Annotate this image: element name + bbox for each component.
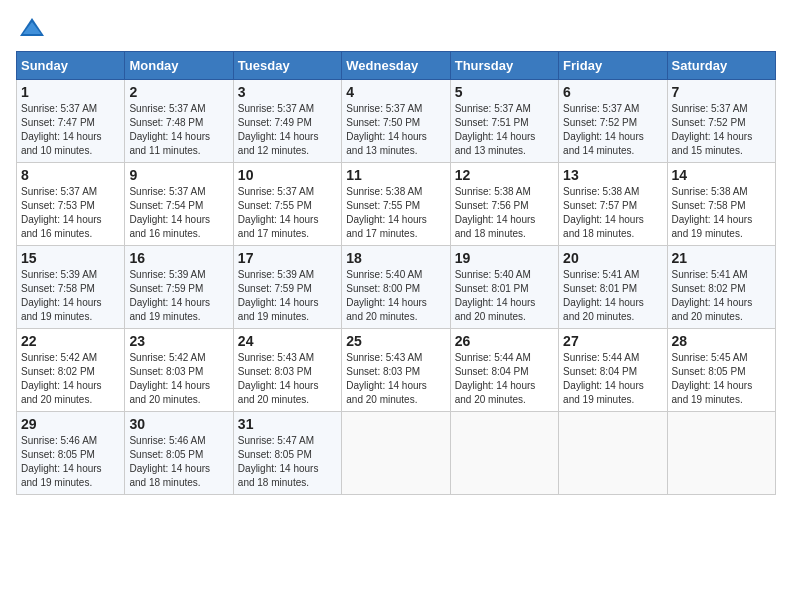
weekday-header-wednesday: Wednesday <box>342 52 450 80</box>
week-row-4: 22 Sunrise: 5:42 AM Sunset: 8:02 PM Dayl… <box>17 329 776 412</box>
calendar-cell: 15 Sunrise: 5:39 AM Sunset: 7:58 PM Dayl… <box>17 246 125 329</box>
day-number: 5 <box>455 84 554 100</box>
day-number: 12 <box>455 167 554 183</box>
day-number: 16 <box>129 250 228 266</box>
day-info: Sunrise: 5:47 AM Sunset: 8:05 PM Dayligh… <box>238 434 337 490</box>
weekday-header-tuesday: Tuesday <box>233 52 341 80</box>
day-number: 10 <box>238 167 337 183</box>
calendar-cell: 23 Sunrise: 5:42 AM Sunset: 8:03 PM Dayl… <box>125 329 233 412</box>
day-number: 15 <box>21 250 120 266</box>
calendar: SundayMondayTuesdayWednesdayThursdayFrid… <box>16 51 776 495</box>
day-info: Sunrise: 5:43 AM Sunset: 8:03 PM Dayligh… <box>238 351 337 407</box>
day-info: Sunrise: 5:37 AM Sunset: 7:52 PM Dayligh… <box>563 102 662 158</box>
day-info: Sunrise: 5:41 AM Sunset: 8:02 PM Dayligh… <box>672 268 771 324</box>
day-number: 26 <box>455 333 554 349</box>
calendar-cell: 19 Sunrise: 5:40 AM Sunset: 8:01 PM Dayl… <box>450 246 558 329</box>
week-row-5: 29 Sunrise: 5:46 AM Sunset: 8:05 PM Dayl… <box>17 412 776 495</box>
day-info: Sunrise: 5:37 AM Sunset: 7:55 PM Dayligh… <box>238 185 337 241</box>
day-number: 9 <box>129 167 228 183</box>
day-info: Sunrise: 5:37 AM Sunset: 7:54 PM Dayligh… <box>129 185 228 241</box>
day-number: 18 <box>346 250 445 266</box>
day-number: 24 <box>238 333 337 349</box>
calendar-cell: 27 Sunrise: 5:44 AM Sunset: 8:04 PM Dayl… <box>559 329 667 412</box>
day-number: 21 <box>672 250 771 266</box>
day-number: 22 <box>21 333 120 349</box>
day-info: Sunrise: 5:38 AM Sunset: 7:56 PM Dayligh… <box>455 185 554 241</box>
day-info: Sunrise: 5:45 AM Sunset: 8:05 PM Dayligh… <box>672 351 771 407</box>
day-info: Sunrise: 5:44 AM Sunset: 8:04 PM Dayligh… <box>455 351 554 407</box>
day-info: Sunrise: 5:37 AM Sunset: 7:51 PM Dayligh… <box>455 102 554 158</box>
day-info: Sunrise: 5:44 AM Sunset: 8:04 PM Dayligh… <box>563 351 662 407</box>
calendar-cell: 17 Sunrise: 5:39 AM Sunset: 7:59 PM Dayl… <box>233 246 341 329</box>
day-number: 1 <box>21 84 120 100</box>
calendar-cell: 2 Sunrise: 5:37 AM Sunset: 7:48 PM Dayli… <box>125 80 233 163</box>
calendar-cell: 31 Sunrise: 5:47 AM Sunset: 8:05 PM Dayl… <box>233 412 341 495</box>
day-info: Sunrise: 5:42 AM Sunset: 8:03 PM Dayligh… <box>129 351 228 407</box>
day-info: Sunrise: 5:37 AM Sunset: 7:48 PM Dayligh… <box>129 102 228 158</box>
calendar-cell: 24 Sunrise: 5:43 AM Sunset: 8:03 PM Dayl… <box>233 329 341 412</box>
week-row-2: 8 Sunrise: 5:37 AM Sunset: 7:53 PM Dayli… <box>17 163 776 246</box>
calendar-cell: 18 Sunrise: 5:40 AM Sunset: 8:00 PM Dayl… <box>342 246 450 329</box>
calendar-cell: 12 Sunrise: 5:38 AM Sunset: 7:56 PM Dayl… <box>450 163 558 246</box>
day-number: 27 <box>563 333 662 349</box>
day-number: 7 <box>672 84 771 100</box>
calendar-cell: 4 Sunrise: 5:37 AM Sunset: 7:50 PM Dayli… <box>342 80 450 163</box>
calendar-cell: 29 Sunrise: 5:46 AM Sunset: 8:05 PM Dayl… <box>17 412 125 495</box>
day-info: Sunrise: 5:40 AM Sunset: 8:01 PM Dayligh… <box>455 268 554 324</box>
day-number: 17 <box>238 250 337 266</box>
weekday-header-friday: Friday <box>559 52 667 80</box>
day-number: 19 <box>455 250 554 266</box>
calendar-cell <box>559 412 667 495</box>
day-info: Sunrise: 5:37 AM Sunset: 7:49 PM Dayligh… <box>238 102 337 158</box>
calendar-cell: 6 Sunrise: 5:37 AM Sunset: 7:52 PM Dayli… <box>559 80 667 163</box>
calendar-cell <box>667 412 775 495</box>
week-row-1: 1 Sunrise: 5:37 AM Sunset: 7:47 PM Dayli… <box>17 80 776 163</box>
weekday-header-thursday: Thursday <box>450 52 558 80</box>
calendar-cell: 11 Sunrise: 5:38 AM Sunset: 7:55 PM Dayl… <box>342 163 450 246</box>
calendar-cell: 22 Sunrise: 5:42 AM Sunset: 8:02 PM Dayl… <box>17 329 125 412</box>
day-number: 25 <box>346 333 445 349</box>
calendar-cell: 16 Sunrise: 5:39 AM Sunset: 7:59 PM Dayl… <box>125 246 233 329</box>
day-number: 29 <box>21 416 120 432</box>
header <box>16 16 776 43</box>
day-info: Sunrise: 5:37 AM Sunset: 7:47 PM Dayligh… <box>21 102 120 158</box>
calendar-cell: 1 Sunrise: 5:37 AM Sunset: 7:47 PM Dayli… <box>17 80 125 163</box>
calendar-cell <box>450 412 558 495</box>
day-info: Sunrise: 5:37 AM Sunset: 7:53 PM Dayligh… <box>21 185 120 241</box>
day-number: 2 <box>129 84 228 100</box>
day-info: Sunrise: 5:38 AM Sunset: 7:55 PM Dayligh… <box>346 185 445 241</box>
day-info: Sunrise: 5:46 AM Sunset: 8:05 PM Dayligh… <box>21 434 120 490</box>
calendar-cell: 26 Sunrise: 5:44 AM Sunset: 8:04 PM Dayl… <box>450 329 558 412</box>
day-number: 31 <box>238 416 337 432</box>
day-number: 4 <box>346 84 445 100</box>
calendar-cell: 25 Sunrise: 5:43 AM Sunset: 8:03 PM Dayl… <box>342 329 450 412</box>
day-info: Sunrise: 5:39 AM Sunset: 7:58 PM Dayligh… <box>21 268 120 324</box>
calendar-cell: 3 Sunrise: 5:37 AM Sunset: 7:49 PM Dayli… <box>233 80 341 163</box>
day-number: 3 <box>238 84 337 100</box>
calendar-cell: 14 Sunrise: 5:38 AM Sunset: 7:58 PM Dayl… <box>667 163 775 246</box>
day-number: 8 <box>21 167 120 183</box>
day-info: Sunrise: 5:40 AM Sunset: 8:00 PM Dayligh… <box>346 268 445 324</box>
calendar-cell: 20 Sunrise: 5:41 AM Sunset: 8:01 PM Dayl… <box>559 246 667 329</box>
weekday-header-row: SundayMondayTuesdayWednesdayThursdayFrid… <box>17 52 776 80</box>
calendar-cell: 5 Sunrise: 5:37 AM Sunset: 7:51 PM Dayli… <box>450 80 558 163</box>
weekday-header-monday: Monday <box>125 52 233 80</box>
calendar-cell: 10 Sunrise: 5:37 AM Sunset: 7:55 PM Dayl… <box>233 163 341 246</box>
day-info: Sunrise: 5:38 AM Sunset: 7:58 PM Dayligh… <box>672 185 771 241</box>
day-number: 14 <box>672 167 771 183</box>
day-info: Sunrise: 5:39 AM Sunset: 7:59 PM Dayligh… <box>129 268 228 324</box>
day-number: 6 <box>563 84 662 100</box>
calendar-cell: 8 Sunrise: 5:37 AM Sunset: 7:53 PM Dayli… <box>17 163 125 246</box>
calendar-cell: 9 Sunrise: 5:37 AM Sunset: 7:54 PM Dayli… <box>125 163 233 246</box>
day-info: Sunrise: 5:41 AM Sunset: 8:01 PM Dayligh… <box>563 268 662 324</box>
logo-icon <box>18 16 46 38</box>
day-number: 13 <box>563 167 662 183</box>
day-number: 11 <box>346 167 445 183</box>
calendar-cell: 28 Sunrise: 5:45 AM Sunset: 8:05 PM Dayl… <box>667 329 775 412</box>
day-info: Sunrise: 5:39 AM Sunset: 7:59 PM Dayligh… <box>238 268 337 324</box>
calendar-cell: 13 Sunrise: 5:38 AM Sunset: 7:57 PM Dayl… <box>559 163 667 246</box>
day-number: 23 <box>129 333 228 349</box>
weekday-header-sunday: Sunday <box>17 52 125 80</box>
day-number: 28 <box>672 333 771 349</box>
weekday-header-saturday: Saturday <box>667 52 775 80</box>
